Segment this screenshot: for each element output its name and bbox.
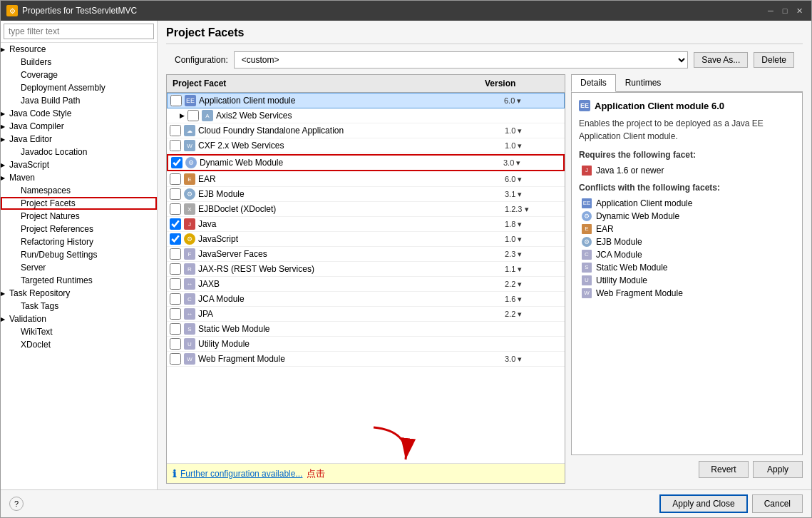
sidebar-item-project-references[interactable]: Project References: [1, 223, 157, 235]
facet-checkbox-ear[interactable]: [170, 173, 181, 185]
facet-name-ejbdoclet: EJBDoclet (XDoclet): [198, 204, 505, 214]
sidebar-item-javascript[interactable]: ▶ JavaScript: [1, 158, 157, 171]
facet-row-jaxrs[interactable]: R JAX-RS (REST Web Services) 1.1 ▾: [167, 262, 565, 277]
tab-details[interactable]: Details: [571, 74, 616, 92]
sidebar-item-server[interactable]: Server: [1, 261, 157, 274]
apply-button[interactable]: Apply: [753, 461, 803, 478]
facet-row-app-client[interactable]: EE Application Client module 6.0 ▾: [167, 93, 565, 108]
save-as-button[interactable]: Save As...: [694, 52, 748, 68]
sidebar-item-java-editor[interactable]: ▶ Java Editor: [1, 133, 157, 146]
facet-checkbox-app-client[interactable]: [170, 95, 182, 106]
facet-version-cloud-foundry[interactable]: 1.0 ▾: [505, 126, 562, 136]
facet-row-web-fragment[interactable]: W Web Fragment Module 3.0 ▾: [167, 352, 565, 367]
sidebar-item-maven[interactable]: ▶ Maven: [1, 171, 157, 184]
panel-header: Project Facets Configuration: <custom> S…: [158, 21, 811, 74]
apply-and-close-button[interactable]: Apply and Close: [659, 494, 747, 513]
facet-checkbox-cxf[interactable]: [170, 140, 181, 151]
facet-checkbox-jsf[interactable]: [170, 248, 181, 260]
sidebar-filter-container: [1, 21, 157, 43]
facet-checkbox-jca[interactable]: [170, 293, 181, 305]
facet-row-jsf[interactable]: F JavaServer Faces 2.3 ▾: [167, 247, 565, 262]
sidebar-item-javadoc[interactable]: Javadoc Location: [1, 146, 157, 158]
sidebar-item-coverage[interactable]: Coverage: [1, 68, 157, 81]
facet-checkbox-web-fragment[interactable]: [170, 353, 181, 365]
facet-row-jpa[interactable]: ↔ JPA 2.2 ▾: [167, 307, 565, 322]
further-config-link[interactable]: Further configuration available...: [180, 469, 302, 479]
sidebar-item-java-build-path[interactable]: Java Build Path: [1, 94, 157, 107]
facet-version-javascript[interactable]: 1.0 ▾: [505, 235, 562, 244]
sidebar-item-refactoring-history[interactable]: Refactoring History: [1, 235, 157, 248]
facet-row-axis2[interactable]: ▶ A Axis2 Web Services: [167, 108, 565, 123]
facet-checkbox-dynamic-web[interactable]: [171, 157, 183, 168]
facet-checkbox-jaxrs[interactable]: [170, 263, 181, 275]
facet-version-ejbdoclet[interactable]: 1.2.3 ▾: [505, 205, 562, 214]
facet-checkbox-javascript[interactable]: [170, 233, 181, 245]
minimize-button[interactable]: ─: [764, 4, 777, 17]
config-select[interactable]: <custom>: [234, 51, 689, 68]
facet-version-app-client[interactable]: 6.0 ▾: [504, 96, 561, 106]
sidebar-item-label: Project Natures: [21, 211, 80, 221]
facet-row-javascript[interactable]: ⚙ JavaScript 1.0 ▾: [167, 232, 565, 247]
facet-row-static-web[interactable]: S Static Web Module: [167, 322, 565, 337]
facet-version-ear[interactable]: 6.0 ▾: [505, 175, 562, 184]
facet-checkbox-ejbdoclet[interactable]: [170, 203, 181, 215]
sidebar-item-xdoclet[interactable]: XDoclet: [1, 338, 157, 351]
facet-version-jpa[interactable]: 2.2 ▾: [505, 310, 562, 319]
sidebar-item-namespaces[interactable]: Namespaces: [1, 184, 157, 197]
sidebar-item-validation[interactable]: ▶ Validation: [1, 313, 157, 325]
facet-version-web-fragment[interactable]: 3.0 ▾: [505, 355, 562, 364]
details-conflict-icon-5: C: [582, 250, 592, 260]
facet-icon-app-client: EE: [185, 95, 196, 106]
facet-row-utility[interactable]: U Utility Module: [167, 337, 565, 352]
facet-version-jaxb[interactable]: 2.2 ▾: [505, 280, 562, 289]
help-button[interactable]: ?: [9, 497, 24, 511]
sidebar-item-resource[interactable]: ▶ Resource: [1, 43, 157, 56]
facet-checkbox-ejb[interactable]: [170, 188, 181, 200]
facet-row-jaxb[interactable]: ↔ JAXB 2.2 ▾: [167, 277, 565, 292]
close-button[interactable]: ✕: [793, 4, 806, 17]
sidebar-item-targeted-runtimes[interactable]: Targeted Runtimes: [1, 274, 157, 287]
facet-checkbox-java[interactable]: [170, 218, 181, 230]
sidebar-item-java-compiler[interactable]: ▶ Java Compiler: [1, 120, 157, 133]
facet-version-dynamic-web[interactable]: 3.0 ▾: [503, 158, 560, 168]
sidebar-item-project-facets[interactable]: Project Facets: [1, 197, 157, 210]
facet-version-jaxrs[interactable]: 1.1 ▾: [505, 265, 562, 274]
facet-checkbox-jpa[interactable]: [170, 308, 181, 320]
sidebar-item-task-repository[interactable]: ▶ Task Repository: [1, 287, 157, 300]
sidebar-item-wikitext[interactable]: WikiText: [1, 325, 157, 338]
facet-version-ejb[interactable]: 3.1 ▾: [505, 190, 562, 199]
facet-checkbox-cloud-foundry[interactable]: [170, 125, 181, 136]
sidebar-item-task-tags[interactable]: Task Tags: [1, 300, 157, 313]
facet-version-java[interactable]: 1.8 ▾: [505, 220, 562, 229]
details-conflict-label-5: JCA Module: [596, 250, 642, 260]
facet-version-jca[interactable]: 1.6 ▾: [505, 295, 562, 304]
facet-row-jca[interactable]: C JCA Module 1.6 ▾: [167, 292, 565, 307]
facet-row-ear[interactable]: E EAR 6.0 ▾: [167, 172, 565, 187]
facet-checkbox-utility[interactable]: [170, 338, 181, 350]
revert-button[interactable]: Revert: [699, 461, 749, 478]
filter-input[interactable]: [4, 24, 154, 39]
expand-arrow-icon: ▶: [1, 123, 5, 130]
facet-row-dynamic-web[interactable]: ⚙ Dynamic Web Module 3.0 ▾: [167, 154, 565, 171]
sidebar-item-builders[interactable]: Builders: [1, 56, 157, 68]
maximize-button[interactable]: □: [778, 4, 791, 17]
facet-version-jsf[interactable]: 2.3 ▾: [505, 250, 562, 259]
sidebar-item-java-code-style[interactable]: ▶ Java Code Style: [1, 107, 157, 120]
facet-checkbox-static-web[interactable]: [170, 323, 181, 335]
cancel-button[interactable]: Cancel: [752, 494, 803, 513]
facet-row-java[interactable]: J Java 1.8 ▾: [167, 217, 565, 232]
sidebar-item-deployment-assembly[interactable]: Deployment Assembly: [1, 81, 157, 94]
sidebar-item-project-natures[interactable]: Project Natures: [1, 210, 157, 223]
tab-runtimes[interactable]: Runtimes: [616, 74, 671, 91]
facet-version-cxf[interactable]: 1.0 ▾: [505, 141, 562, 151]
facet-row-cxf[interactable]: W CXF 2.x Web Services 1.0 ▾: [167, 138, 565, 153]
facet-checkbox-axis2[interactable]: [187, 110, 199, 121]
facet-row-ejbdoclet[interactable]: X EJBDoclet (XDoclet) 1.2.3 ▾: [167, 202, 565, 217]
facet-row-cloud-foundry[interactable]: ☁ Cloud Foundry Standalone Application 1…: [167, 123, 565, 138]
delete-button[interactable]: Delete: [754, 52, 794, 68]
sidebar-item-label: Task Tags: [21, 301, 58, 311]
facet-row-ejb[interactable]: ⚙ EJB Module 3.1 ▾: [167, 187, 565, 202]
details-requires-label: Requires the following facet:: [579, 150, 795, 160]
facet-checkbox-jaxb[interactable]: [170, 278, 181, 290]
sidebar-item-run-debug[interactable]: Run/Debug Settings: [1, 248, 157, 261]
